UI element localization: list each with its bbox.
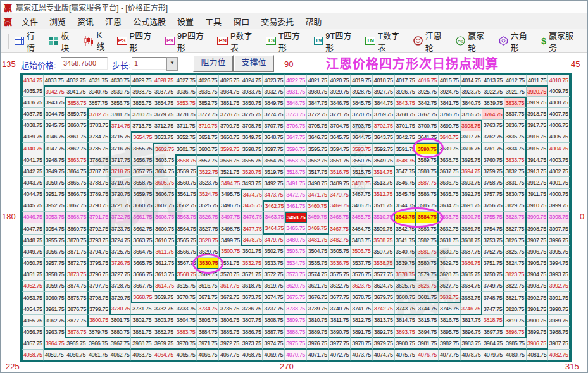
price-cell: 4074.75 [373,350,395,361]
price-cell: 3568.75 [175,269,197,281]
toolbar-button-9T四方形[interactable]: T99T四方形 [314,29,357,53]
price-cell: 3742.75 [373,303,395,315]
price-cell: 4066.75 [197,350,219,361]
price-cell: 3897.75 [482,327,504,338]
price-cell: 3807.75 [241,315,263,326]
toolbar-button-行情[interactable]: 行情 [15,29,41,53]
price-cell: 4082.75 [548,350,570,361]
price-cell: 3477.75 [241,223,263,235]
price-cell: 4056.75 [22,327,44,338]
price-cell: 3596.75 [285,143,307,154]
toolbar-button-P四方形[interactable]: PSP四方形 [117,29,158,53]
toolbar-button-K线[interactable]: K线 [84,30,108,52]
price-cell: 3895.75 [439,327,461,338]
price-cell: 4080.75 [504,350,527,361]
price-cell: 3802.75 [131,315,153,326]
price-cell: 3814.75 [395,315,417,326]
step-dropdown-button[interactable]: ▼ [166,57,178,71]
menu-item-9[interactable]: 交易委托 [261,15,294,27]
price-cell: 3984.75 [482,338,504,350]
price-cell: 3637.75 [439,166,461,177]
market-grid-icon [15,37,24,45]
price-cell: 3729.75 [109,292,132,303]
price-cell: 3851.75 [219,97,241,108]
price-cell: 3517.75 [307,166,329,177]
price-cell: 3966.75 [87,338,109,350]
price-cell: 3925.75 [416,85,439,97]
toolbar-button-赢家轮[interactable]: Big赢家轮 [456,29,490,53]
price-cell: 3980.75 [395,338,417,350]
toolbar-button-江恩轮[interactable]: 江恩轮 [413,29,447,53]
menu-item-1[interactable]: 文件 [22,15,38,27]
menu-item-10[interactable]: 帮助 [305,15,322,27]
menu-item-3[interactable]: 资讯 [77,15,94,27]
price-cell: 3551.75 [329,154,351,166]
price-cell: 4012.75 [504,74,527,85]
price-cell: 3495.75 [219,189,241,200]
price-cell: 3977.75 [329,338,351,350]
price-cell: 3860.75 [65,120,87,131]
toolbar-button-P数字表[interactable]: PNP数字表 [217,29,258,53]
price-cell: 3676.75 [307,292,329,303]
toolbar-button-T四方形[interactable]: TST四方形 [266,29,305,53]
price-cell: 3801.75 [109,315,132,326]
angle-label-270: 270 [280,362,294,371]
toolbar-button-赢家服务[interactable]: $赢家服务 [541,29,579,53]
start-price-input[interactable] [61,57,108,70]
price-cell: 3962.75 [44,315,66,326]
price-cell: 3782.75 [87,108,109,119]
toolbar-button-板块[interactable]: 板块 [49,29,75,53]
support-button[interactable]: 支撑位 [234,55,274,72]
price-cell: 4036.75 [22,97,44,108]
price-cell: 3625.75 [395,281,417,292]
toolbar-button-T数字表[interactable]: TNT数字表 [365,29,405,53]
price-cell: 3849.75 [263,97,285,108]
price-cell: 4003.75 [548,154,570,166]
price-cell: 3611.75 [153,246,175,257]
price-cell: 3496.75 [219,200,241,212]
toolbar-button-六角形[interactable]: 六角形 [499,29,533,53]
menu-item-4[interactable]: 江恩 [105,15,122,27]
price-cell: 3653.75 [153,131,175,143]
angle-label-180: 180 [2,212,16,221]
price-cell: 3680.75 [395,292,417,303]
price-cell: 3590.75 [416,143,439,154]
price-cell: 3723.75 [109,223,132,235]
price-cell: 3490.75 [307,177,329,188]
toolbar-button-9P四方形[interactable]: P99P四方形 [165,29,209,53]
price-cell: 3837.75 [504,108,527,119]
menu-item-2[interactable]: 浏览 [49,15,66,27]
price-cell: 3824.75 [504,258,527,269]
menu-item-7[interactable]: 工具 [205,15,222,27]
price-cell: 3667.75 [131,281,153,292]
price-cell: 3991.75 [548,292,570,303]
price-cell: 3759.75 [482,166,504,177]
price-cell: 3615.75 [175,281,197,292]
price-cell: 3877.75 [65,315,87,326]
price-cell: 3574.75 [307,269,329,281]
menu-item-8[interactable]: 窗口 [233,15,249,27]
price-cell: 3586.75 [416,189,439,200]
price-cell: 3515.75 [351,166,373,177]
price-cell: 3521.75 [219,166,241,177]
price-cell: 3577.75 [373,269,395,281]
menu-item-5[interactable]: 公式选股 [133,15,166,27]
price-cell: 3737.75 [263,303,285,315]
price-cell: 4016.75 [416,74,439,85]
price-cell: 3575.75 [329,269,351,281]
price-cell: 3657.75 [131,166,153,177]
price-cell: 3500.75 [219,246,241,257]
price-cell: 3828.75 [504,212,527,223]
price-cell: 4035.75 [22,85,44,97]
price-cell: 3722.75 [109,212,132,223]
price-cell: 3881.75 [131,327,153,338]
price-cell: 3620.75 [285,281,307,292]
menu-item-6[interactable]: 设置 [177,15,194,27]
price-cell: 3631.75 [439,235,461,246]
price-cell: 3534.75 [285,258,307,269]
price-cell: 3732.75 [153,303,175,315]
step-input[interactable] [132,57,170,70]
angle-label-45: 45 [571,59,580,69]
price-cell: 4051.75 [22,269,44,281]
resistance-button[interactable]: 阻力位 [193,55,234,72]
